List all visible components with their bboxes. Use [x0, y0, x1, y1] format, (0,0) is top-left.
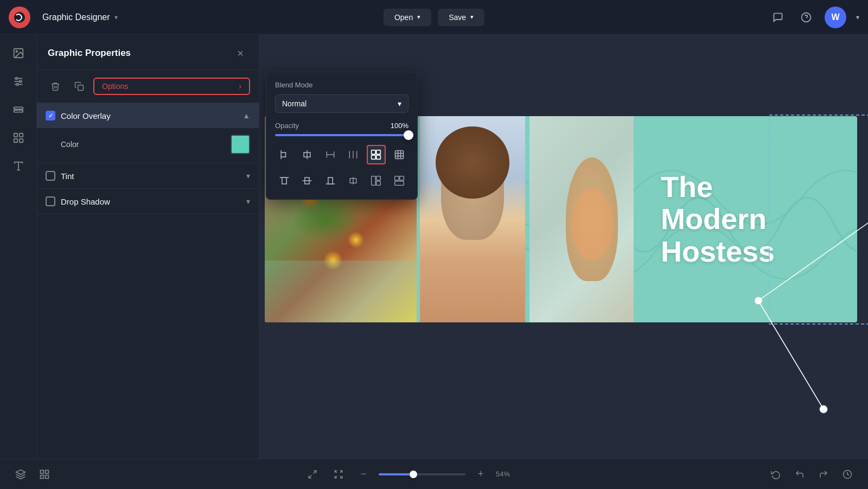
help-button[interactable]: [796, 8, 816, 27]
svg-rect-31: [372, 155, 376, 160]
options-button[interactable]: Options ›: [93, 78, 250, 95]
blend-mode-label: Blend Mode: [275, 81, 409, 89]
topbar-center-actions: Open ▾ Save ▾: [384, 9, 484, 26]
history-button[interactable]: [838, 465, 857, 484]
svg-rect-63: [41, 470, 44, 473]
more-options-btn[interactable]: [367, 171, 385, 190]
sidebar-item-text[interactable]: [7, 154, 30, 178]
extra-btn[interactable]: [390, 171, 409, 190]
center-v-btn[interactable]: [298, 171, 316, 190]
banner-headline: The Modern Hostess: [661, 171, 775, 268]
opacity-slider[interactable]: [275, 134, 409, 136]
app-name-label: Graphic Designer: [42, 12, 110, 22]
opacity-thumb[interactable]: [404, 130, 413, 140]
tint-checkbox[interactable]: [46, 171, 55, 181]
grid-btn[interactable]: [390, 145, 409, 164]
drop-shadow-checkbox[interactable]: [46, 196, 55, 206]
woman-photo-container: [417, 116, 525, 322]
svg-rect-33: [395, 151, 403, 159]
distribute-h-btn[interactable]: [344, 145, 362, 164]
banner-text-line1: The: [661, 171, 775, 203]
drop-shadow-section: Drop Shadow ▾: [37, 189, 259, 214]
redo-button[interactable]: [814, 465, 833, 484]
delete-button[interactable]: [46, 77, 65, 96]
zoom-slider[interactable]: [379, 473, 465, 475]
sidebar-item-shapes[interactable]: [7, 126, 30, 150]
svg-point-55: [820, 405, 827, 413]
center-h-btn[interactable]: [298, 145, 316, 164]
color-overlay-section: Color Overlay ▲ Color: [37, 103, 259, 163]
zoom-out-button[interactable]: −: [355, 466, 372, 483]
main-area: Graphic Properties × Options ›: [0, 35, 868, 459]
svg-rect-64: [46, 470, 49, 473]
color-label: Color: [61, 140, 224, 149]
sidebar-item-adjustments[interactable]: [7, 69, 30, 93]
save-button[interactable]: Save ▾: [438, 9, 484, 26]
fit-screen-button[interactable]: [303, 465, 322, 484]
avatar-dropdown-btn[interactable]: ▾: [856, 14, 859, 21]
opacity-label: Opacity: [275, 122, 299, 130]
grid-toggle-button[interactable]: [35, 465, 54, 484]
fit-width-button[interactable]: [329, 465, 348, 484]
color-swatch[interactable]: [231, 135, 250, 154]
opacity-fill: [275, 134, 409, 136]
zoom-thumb[interactable]: [410, 471, 417, 478]
bottom-left-controls: [11, 465, 54, 484]
svg-rect-13: [14, 134, 17, 137]
svg-point-0: [14, 12, 25, 23]
selected-frames-btn[interactable]: [367, 145, 385, 164]
opacity-value: 100%: [391, 122, 409, 130]
zoom-fill: [379, 473, 413, 475]
color-overlay-checkbox[interactable]: [46, 111, 55, 120]
panel-header: Graphic Properties ×: [37, 35, 259, 70]
duplicate-button[interactable]: [69, 77, 89, 96]
zoom-in-button[interactable]: +: [472, 466, 489, 483]
undo-button[interactable]: [790, 465, 809, 484]
drink-photo-container: [525, 116, 634, 322]
color-overlay-expand-icon: ▲: [242, 111, 250, 120]
chat-button[interactable]: [768, 8, 788, 27]
refresh-button[interactable]: [766, 465, 786, 484]
color-overlay-header[interactable]: Color Overlay ▲: [37, 103, 259, 128]
svg-rect-32: [376, 155, 381, 160]
spacer-btn-1[interactable]: [321, 145, 340, 164]
layers-toggle-button[interactable]: [11, 465, 30, 484]
tint-header[interactable]: Tint ▾: [37, 163, 259, 188]
svg-rect-47: [376, 176, 381, 181]
align-bottom-btn[interactable]: [321, 171, 340, 190]
blend-mode-select[interactable]: Normal ▾: [275, 94, 409, 113]
svg-rect-30: [376, 150, 381, 155]
panel-close-button[interactable]: ×: [233, 46, 248, 61]
app-logo: [9, 7, 30, 28]
topbar: Graphic Designer ▾ Open ▾ Save ▾ W: [0, 0, 868, 35]
drop-shadow-title: Drop Shadow: [61, 197, 241, 206]
svg-rect-19: [78, 85, 84, 91]
align-top-btn[interactable]: [275, 171, 293, 190]
distribute-v-btn[interactable]: [344, 171, 362, 190]
svg-point-10: [16, 84, 18, 86]
bottom-bar: − + 54%: [0, 459, 868, 489]
sidebar-item-images[interactable]: [7, 41, 30, 65]
canvas-area[interactable]: Blend Mode Normal ▾ Opacity 100%: [259, 35, 868, 459]
panel-toolbar: Options ›: [37, 70, 259, 103]
drop-shadow-header[interactable]: Drop Shadow ▾: [37, 189, 259, 214]
color-overlay-title: Color Overlay: [61, 111, 237, 120]
svg-rect-65: [41, 475, 44, 478]
svg-rect-12: [14, 110, 23, 112]
opacity-track: [275, 134, 409, 136]
tint-section: Tint ▾: [37, 163, 259, 189]
svg-marker-62: [16, 469, 25, 474]
bottom-right-controls: [766, 465, 857, 484]
app-name-dropdown[interactable]: Graphic Designer ▾: [37, 9, 123, 26]
sidebar-item-layers[interactable]: [7, 98, 30, 122]
options-chevron: ›: [239, 82, 241, 91]
svg-rect-11: [14, 107, 23, 109]
left-sidebar: [0, 35, 37, 459]
align-left-btn[interactable]: [275, 145, 293, 164]
user-avatar[interactable]: W: [825, 7, 846, 28]
svg-line-67: [314, 471, 316, 473]
svg-rect-39: [282, 177, 286, 184]
svg-rect-16: [19, 139, 22, 142]
open-button[interactable]: Open ▾: [384, 9, 431, 26]
svg-rect-49: [394, 176, 399, 181]
